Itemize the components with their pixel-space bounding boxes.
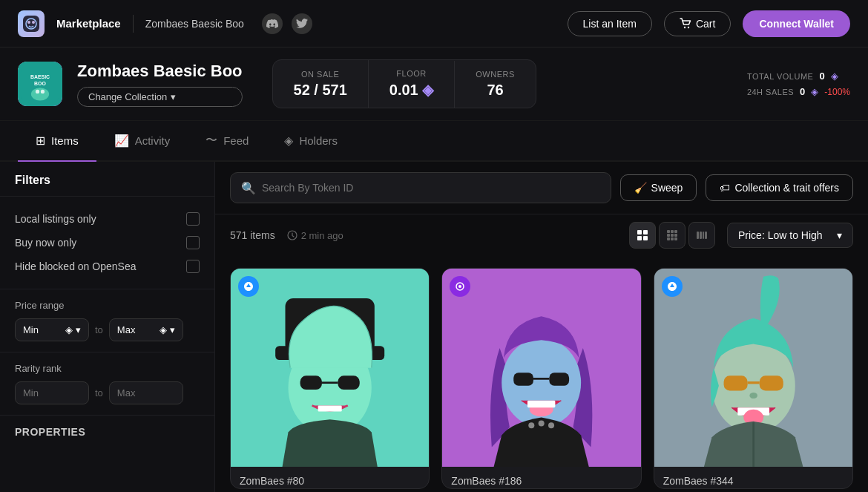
floor-label: FLOOR [396,69,426,78]
grid-4-button[interactable] [688,222,715,249]
svg-point-32 [539,421,545,427]
price-max-select[interactable]: Max ◈ ▾ [109,318,183,341]
sales-volume-value: 0 [800,86,805,97]
nav-collection-name: Zombaes Baesic Boo [145,18,244,30]
nft-grid: BAE [215,256,868,492]
filters-sidebar: Filters Local listings only Buy now only… [0,162,215,492]
svg-point-9 [31,88,49,100]
buy-now-checkbox[interactable] [186,236,200,249]
svg-point-33 [548,422,554,428]
svg-point-2 [27,21,30,24]
grid-3-button[interactable] [659,222,685,249]
sales-volume-row: 24H SALES 0 ◈ -100% [747,86,850,97]
svg-point-4 [684,26,685,27]
collection-header: BAESIC BOO Zombaes Baesic Boo Change Col… [0,47,868,121]
card-0-info: ZomBaes #80 [231,467,429,489]
svg-rect-18 [300,375,322,390]
total-volume-label: TOTAL VOLUME [747,72,814,81]
svg-rect-26 [514,373,534,385]
svg-text:BAESIC: BAESIC [30,74,50,79]
sales-change-badge: -100% [824,87,850,97]
search-box: 🔍 [230,172,611,203]
svg-point-39 [749,393,757,398]
collection-info: Zombaes Baesic Boo Change Collection ▾ [77,62,243,107]
svg-rect-19 [338,375,359,390]
collection-offers-button[interactable]: 🏷 Collection & trait offers [706,174,853,201]
feed-icon: 〜 [206,133,217,148]
rarity-max-input[interactable] [109,381,183,404]
main-content: Filters Local listings only Buy now only… [0,162,868,492]
rarity-rank-label: Rarity rank [15,363,200,374]
cart-label: Cart [696,18,715,30]
navigation: Marketplace Zombaes Baesic Boo List an I… [0,0,868,47]
hide-blocked-checkbox[interactable] [186,260,200,273]
svg-rect-21 [318,405,342,411]
floor-value: 0.01 ◈ [389,81,434,99]
tab-items-label: Items [51,134,79,147]
sweep-button[interactable]: 🧹 Sweep [620,174,697,201]
discord-icon[interactable] [262,13,283,34]
logo[interactable] [18,10,45,37]
rarity-min-input[interactable] [15,381,89,404]
twitter-icon[interactable] [292,13,312,34]
svg-point-31 [529,422,535,428]
nav-divider [133,15,134,33]
sort-label: Price: Low to High [738,229,823,241]
svg-rect-30 [527,401,555,407]
tab-feed-label: Feed [223,134,249,147]
offers-icon: 🏷 [720,182,730,194]
items-area: 🔍 🧹 Sweep 🏷 Collection & trait offers 57… [215,162,868,492]
svg-point-23 [458,285,461,288]
price-range-inputs: Min ◈ ▾ to Max ◈ ▾ [15,318,200,341]
stat-owners: OWNERS 76 [454,61,536,108]
price-range-label: Price range [15,300,200,311]
nft-card-0[interactable]: BAE [230,268,430,489]
collection-title: Zombaes Baesic Boo [77,62,243,81]
nft-card-1[interactable]: ZomBaes #186 [441,268,641,489]
card-2-platform-icon [662,276,683,297]
marketplace-label: Marketplace [56,17,121,30]
svg-text:BOO: BOO [34,81,46,86]
search-icon: 🔍 [241,181,256,195]
local-listings-checkbox[interactable] [186,212,200,226]
social-icons [262,13,312,34]
svg-rect-27 [550,373,570,385]
items-icon: ⊞ [36,134,45,148]
filter-local-listings: Local listings only [15,207,200,231]
owners-label: OWNERS [476,70,515,79]
items-subbar: 571 items 2 min ago Pr [215,214,868,256]
svg-rect-36 [723,375,747,390]
total-volume-value: 0 [819,70,824,82]
filter-checkboxes-group: Local listings only Buy now only Hide bl… [0,197,214,289]
on-sale-value: 52 / 571 [294,82,347,99]
range-to-label: to [95,324,103,335]
price-range-group: Price range Min ◈ ▾ to Max ◈ ▾ [0,289,214,352]
owners-value: 76 [487,82,503,99]
buy-now-label: Buy now only [15,237,76,249]
svg-rect-37 [759,375,783,390]
card-2-name: ZomBaes #344 [663,475,734,487]
filter-buy-now: Buy now only [15,231,200,255]
nft-card-2[interactable]: ZomBaes #344 [654,268,853,489]
filters-title: Filters [0,162,214,197]
cart-button[interactable]: Cart [664,11,731,36]
rarity-rank-group: Rarity rank to [0,352,214,416]
sort-select[interactable]: Price: Low to High ▾ [727,223,853,248]
connect-wallet-button[interactable]: Connect Wallet [743,10,850,37]
grid-2-button[interactable] [629,222,656,249]
items-updated: 2 min ago [287,230,343,241]
price-min-select[interactable]: Min ◈ ▾ [15,318,89,341]
search-input[interactable] [262,182,600,194]
tab-holders[interactable]: ◈ Holders [266,121,355,162]
change-collection-button[interactable]: Change Collection ▾ [77,87,243,107]
tab-activity[interactable]: 📈 Activity [96,121,188,162]
card-0-platform-icon [238,276,259,297]
collection-avatar: BAESIC BOO [18,62,62,106]
rarity-range-inputs: to [15,381,200,404]
list-item-button[interactable]: List an Item [568,11,652,36]
tab-feed[interactable]: 〜 Feed [188,121,266,162]
items-count: 571 items [230,229,275,241]
tab-items[interactable]: ⊞ Items [18,121,96,162]
collection-stats: ON SALE 52 / 571 FLOOR 0.01 ◈ OWNERS 76 [272,59,536,108]
svg-point-5 [688,26,689,27]
